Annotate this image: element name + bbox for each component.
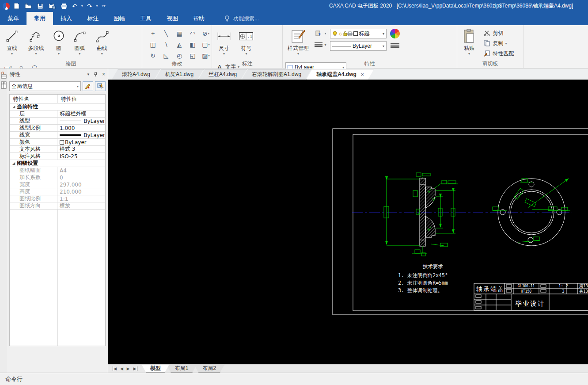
paste-dropdown-icon[interactable]: ▾ [468,52,470,55]
panel-pin-icon[interactable] [94,72,98,77]
menu-tab-charu[interactable]: 插入 [53,12,80,25]
dimension-dropdown-icon[interactable]: ▾ [223,52,225,55]
copy-dropdown-icon[interactable]: ▾ [505,42,507,46]
break-tool[interactable]: ∖ [160,39,172,50]
menu-tab-bangzhu[interactable]: 帮助 [186,12,212,25]
save-all-icon[interactable] [48,3,56,10]
doc-tab-jijia[interactable]: 机架A1.dwg [155,69,204,80]
rotate-tool[interactable]: ↻ [147,50,159,61]
properties-palette-tab-icon[interactable] [1,71,7,79]
undo-icon[interactable]: ↶ [72,3,77,10]
clear-selection-button[interactable] [83,81,93,91]
layer-settings-button[interactable]: ▾ [315,29,326,38]
copy-button[interactable]: 复制 ▾ [483,39,514,48]
layer-combo-dropdown-icon[interactable]: ▾ [382,32,385,36]
doc-tab-zhoucheng-active[interactable]: 轴承端盖A4.dwg × [306,69,374,80]
fill-tool[interactable]: ▨▾ [200,50,212,61]
doc-tab-close-icon[interactable]: × [361,72,364,78]
linetype-manager-dropdown-icon[interactable]: ▾ [324,43,326,47]
cut-button[interactable]: 剪切 [483,29,514,38]
property-row[interactable]: 高度210.000 [10,188,105,195]
menu-tab-biaozhu[interactable]: 标注 [80,12,106,25]
property-group-row[interactable]: ◢图幅设置 [10,160,105,167]
scale-tool[interactable]: ▢▾ [200,39,212,50]
menu-tab-tufu[interactable]: 图幅 [106,12,133,25]
circle-button[interactable]: 圆 ▾ [50,27,68,61]
paste-button[interactable]: 粘贴 ▾ [459,27,479,61]
linetype-combo-dropdown-icon[interactable]: ▾ [382,44,385,48]
property-row[interactable]: 加长系数0 [10,174,105,181]
fill-tool-dropdown-icon[interactable]: ▾ [208,54,210,57]
collapse-icon[interactable]: ◢ [12,105,15,109]
save-icon[interactable] [36,3,44,10]
linetype-manager-button[interactable]: ▾ [315,40,326,49]
copy-tool[interactable]: ◫ [147,39,159,50]
trim-tool[interactable]: ╲ [160,28,172,39]
selection-scope-combo[interactable]: 全局信息 ▾ [9,81,81,91]
drawing-palette-tab-icon[interactable] [1,81,7,89]
stretch-tool[interactable]: ◧ [186,39,199,50]
layer-settings-dropdown-icon[interactable]: ▾ [324,31,326,35]
selection-scope-dropdown-icon[interactable]: ▾ [76,84,80,88]
first-layout-icon[interactable]: ◀ [113,366,117,371]
open-file-icon[interactable] [24,3,32,10]
style-manager-button[interactable]: 样式管理 ▾ [285,27,312,61]
explode-tool[interactable]: ◱ [186,50,199,61]
extend-tool[interactable]: ◺ [160,50,172,61]
symbol-dropdown-icon[interactable]: ▾ [245,52,247,55]
property-row[interactable]: 宽度297.000 [10,181,105,188]
move-tool[interactable]: ＋ [147,28,159,39]
match-properties-button[interactable]: 特性匹配 [483,49,514,58]
property-row[interactable]: 图纸比例1:1 [10,195,105,202]
collapse-icon[interactable]: ◢ [12,161,15,165]
style-manager-dropdown-icon[interactable]: ▾ [297,52,299,55]
scale-tool-dropdown-icon[interactable]: ▾ [208,43,210,46]
color-wheel-icon[interactable] [390,29,400,38]
line-button[interactable]: 直线 ▾ [2,27,22,61]
panel-close-icon[interactable]: × [102,71,105,77]
property-row[interactable]: 图纸方向横放 [10,202,105,210]
panel-dropdown-icon[interactable]: ▾ [87,72,89,76]
print-icon[interactable] [60,3,68,10]
undo-dropdown-icon[interactable]: ▾ [81,4,83,8]
delete-tool-dropdown-icon[interactable]: ▾ [208,32,210,35]
command-bar[interactable]: 命令行 [0,373,588,385]
doc-tab-gunlun[interactable]: 滚轮A4.dwg [112,69,160,80]
property-row[interactable]: 线宽ByLayer [10,132,105,139]
tab-layout2[interactable]: 布局2 [194,365,224,373]
last-layout-icon[interactable]: ▶ [133,366,137,371]
circle-dropdown-icon[interactable]: ▾ [58,52,60,55]
doc-tab-yougunlun[interactable]: 右滚轮解剖图A1.dwg [242,69,311,80]
property-row[interactable]: 文本风格样式 3 [10,146,105,153]
tab-model[interactable]: 模型 [142,365,169,373]
quick-select-button[interactable] [95,81,106,91]
array-tool[interactable]: ▦ [173,28,186,39]
prev-layout-icon[interactable]: ◀ [120,366,123,371]
property-row[interactable]: 颜色ByLayer [10,139,105,146]
arc-button[interactable]: 圆弧 ▾ [69,27,90,61]
property-row[interactable]: 图纸幅面A4 [10,167,105,174]
fillet-tool[interactable]: ◠ [186,28,199,39]
doc-tab-sigang[interactable]: 丝杠A4.dwg [198,69,247,80]
redo-dropdown-icon[interactable]: ▾ [96,4,98,8]
menu-tab-changyong[interactable]: 常用 [27,12,53,25]
property-row[interactable]: 线型ByLayer [10,118,105,125]
polyline-button[interactable]: 多段线 ▾ [24,27,48,61]
lineweight-icon-button[interactable] [391,41,399,50]
revolve-tool[interactable]: ◴ [173,50,186,61]
menu-tab-shitu[interactable]: 视图 [159,12,186,25]
dimension-button[interactable]: 尺寸 ▾ [214,27,234,61]
menu-tab-caidan[interactable]: 菜单 [0,12,27,25]
spline-dropdown-icon[interactable]: ▾ [101,52,103,55]
polyline-dropdown-icon[interactable]: ▾ [35,52,37,55]
symbol-button[interactable]: .1 符号 ▾ [236,27,256,61]
property-row[interactable]: 线型比例1.000 [10,125,105,132]
redo-icon[interactable]: ↷ [87,3,92,10]
line-dropdown-icon[interactable]: ▾ [11,52,13,55]
customize-toolbar-icon[interactable]: ▿▾ [102,4,106,8]
spline-button[interactable]: 曲线 ▾ [92,27,112,61]
property-group-row[interactable]: ◢当前特性 [10,103,105,111]
delete-tool[interactable]: ⊘▾ [200,28,212,39]
menu-tab-gongju[interactable]: 工具 [133,12,159,25]
linetype-combo[interactable]: ByLayer ▾ [330,41,387,51]
